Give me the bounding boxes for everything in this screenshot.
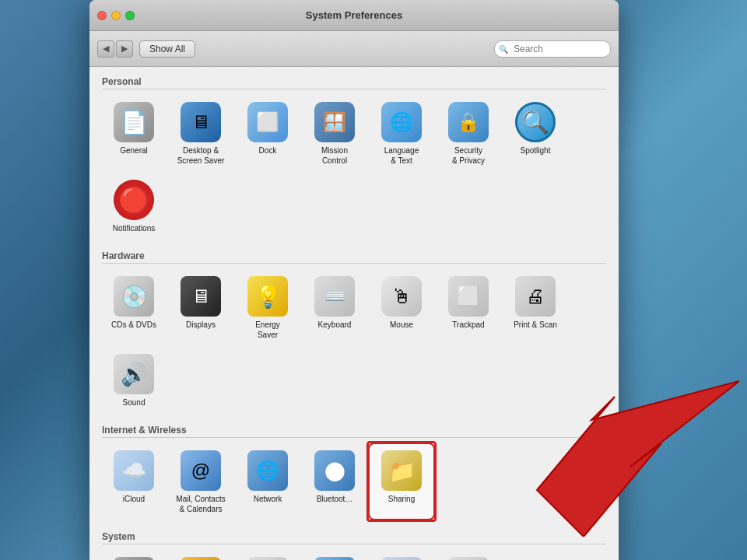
dock-label: Dock: [259, 145, 277, 156]
print-scan-label: Print & Scan: [514, 320, 557, 330]
pref-item-trackpad[interactable]: ⬜Trackpad: [437, 270, 500, 345]
spotlight-label: Spotlight: [521, 145, 551, 156]
pref-item-cds-dvds[interactable]: 💿CDs & DVDs: [102, 270, 166, 345]
pref-item-software-update[interactable]: ↻Software Update: [303, 551, 366, 560]
section-system: System👥Users & Groups👶Parental Controls🕐…: [102, 531, 606, 560]
close-button[interactable]: [97, 11, 107, 20]
search-wrapper: [494, 40, 611, 58]
section-title-internet-wireless: Internet & Wireless: [102, 425, 606, 438]
pref-grid-hardware: 💿CDs & DVDs🖥Displays💡Energy Saver⌨️Keybo…: [102, 270, 606, 412]
pref-item-bluetooth[interactable]: ⬤Bluetoot…: [303, 444, 366, 519]
keyboard-icon: ⌨️: [314, 276, 355, 317]
mission-control-icon: 🪟: [314, 102, 355, 142]
general-icon: 📄: [114, 102, 154, 142]
pref-item-users-groups[interactable]: 👥Users & Groups: [102, 551, 166, 560]
bluetooth-icon: ⬤: [314, 450, 355, 491]
trackpad-icon: ⬜: [448, 276, 489, 317]
time-machine-icon: ⏱: [448, 557, 489, 560]
sharing-icon: 📁: [381, 450, 422, 491]
users-groups-icon: 👥: [114, 557, 154, 560]
language-text-label: Language & Text: [384, 145, 419, 166]
security-privacy-label: Security & Privacy: [452, 145, 485, 166]
pref-item-mail-contacts[interactable]: @Mail, Contacts & Calendars: [169, 444, 233, 519]
pref-item-print-scan[interactable]: 🖨Print & Scan: [503, 270, 567, 345]
pref-item-energy-saver[interactable]: 💡Energy Saver: [236, 270, 300, 345]
desktop-screen-saver-icon: 🖥: [181, 102, 221, 142]
energy-saver-label: Energy Saver: [255, 320, 280, 340]
pref-item-dock[interactable]: ⬜Dock: [236, 96, 300, 170]
displays-label: Displays: [186, 320, 216, 330]
sound-label: Sound: [123, 397, 146, 408]
icloud-label: iCloud: [123, 494, 145, 504]
cds-dvds-label: CDs & DVDs: [111, 320, 156, 330]
notifications-icon: 🔴: [114, 180, 154, 220]
toolbar: ◀ ▶ Show All: [89, 31, 619, 67]
dictation-speech-icon: 🎙: [381, 557, 422, 560]
cds-dvds-icon: 💿: [114, 276, 154, 317]
window-title: System Preferences: [306, 9, 402, 21]
language-text-icon: 🌐: [381, 102, 422, 142]
section-internet-wireless: Internet & Wireless☁️iCloud@Mail, Contac…: [102, 425, 606, 519]
keyboard-label: Keyboard: [318, 320, 352, 330]
section-title-system: System: [102, 531, 606, 544]
pref-item-mouse[interactable]: 🖱Mouse: [370, 270, 433, 345]
spotlight-icon: 🔍: [515, 102, 556, 142]
mail-contacts-label: Mail, Contacts & Calendars: [176, 494, 225, 514]
security-privacy-icon: 🔒: [448, 102, 489, 142]
general-label: General: [120, 145, 148, 156]
pref-item-displays[interactable]: 🖥Displays: [169, 270, 233, 345]
pref-grid-personal: 📄General🖥Desktop & Screen Saver⬜Dock🪟Mis…: [102, 96, 606, 238]
mouse-icon: 🖱: [381, 276, 422, 317]
pref-item-security-privacy[interactable]: 🔒Security & Privacy: [437, 96, 500, 170]
forward-button[interactable]: ▶: [116, 40, 133, 58]
pref-item-network[interactable]: 🌐Network: [236, 444, 300, 519]
print-scan-icon: 🖨: [515, 276, 556, 317]
pref-item-sharing[interactable]: 📁Sharing: [370, 444, 433, 519]
pref-item-general[interactable]: 📄General: [102, 96, 166, 170]
pref-item-parental-controls[interactable]: 👶Parental Controls: [169, 551, 233, 560]
pref-item-keyboard[interactable]: ⌨️Keyboard: [303, 270, 366, 345]
pref-item-sound[interactable]: 🔊Sound: [102, 348, 166, 412]
show-all-button[interactable]: Show All: [139, 40, 195, 58]
system-preferences-window: System Preferences ◀ ▶ Show All Personal…: [89, 0, 619, 560]
parental-controls-icon: 👶: [181, 557, 221, 560]
pref-item-desktop-screen-saver[interactable]: 🖥Desktop & Screen Saver: [169, 96, 233, 170]
pref-item-time-machine[interactable]: ⏱Time Machine: [437, 551, 500, 560]
network-label: Network: [254, 494, 282, 504]
mail-contacts-icon: @: [181, 450, 221, 491]
pref-item-spotlight[interactable]: 🔍Spotlight: [503, 96, 567, 170]
software-update-icon: ↻: [314, 557, 355, 560]
section-title-personal: Personal: [102, 76, 606, 89]
mouse-label: Mouse: [390, 320, 413, 330]
titlebar: System Preferences: [89, 0, 619, 31]
traffic-lights: [97, 11, 135, 20]
pref-item-mission-control[interactable]: 🪟Mission Control: [303, 96, 366, 170]
network-icon: 🌐: [247, 450, 288, 491]
maximize-button[interactable]: [125, 11, 135, 20]
trackpad-label: Trackpad: [452, 320, 484, 330]
section-personal: Personal📄General🖥Desktop & Screen Saver⬜…: [102, 76, 606, 238]
pref-grid-system: 👥Users & Groups👶Parental Controls🕐Date &…: [102, 551, 606, 560]
desktop-screen-saver-label: Desktop & Screen Saver: [177, 145, 225, 166]
minimize-button[interactable]: [111, 11, 121, 20]
search-input[interactable]: [494, 40, 611, 58]
pref-item-date-time[interactable]: 🕐Date & Time: [236, 551, 300, 560]
pref-item-notifications[interactable]: 🔴Notifications: [102, 173, 166, 238]
notifications-label: Notifications: [113, 223, 155, 233]
pref-item-icloud[interactable]: ☁️iCloud: [102, 444, 166, 519]
nav-buttons: ◀ ▶: [97, 40, 133, 58]
displays-icon: 🖥: [181, 276, 221, 317]
preferences-content: Personal📄General🖥Desktop & Screen Saver⬜…: [89, 67, 619, 560]
date-time-icon: 🕐: [247, 557, 288, 560]
energy-saver-icon: 💡: [247, 276, 288, 317]
section-title-hardware: Hardware: [102, 250, 606, 264]
pref-item-language-text[interactable]: 🌐Language & Text: [370, 96, 433, 170]
pref-item-dictation-speech[interactable]: 🎙Dictation & Speech: [370, 551, 433, 560]
back-button[interactable]: ◀: [97, 40, 114, 58]
bluetooth-label: Bluetoot…: [317, 494, 353, 504]
section-hardware: Hardware💿CDs & DVDs🖥Displays💡Energy Save…: [102, 250, 606, 412]
sharing-label: Sharing: [388, 494, 415, 504]
icloud-icon: ☁️: [114, 450, 154, 491]
sound-icon: 🔊: [114, 354, 154, 394]
mission-control-label: Mission Control: [321, 145, 348, 166]
